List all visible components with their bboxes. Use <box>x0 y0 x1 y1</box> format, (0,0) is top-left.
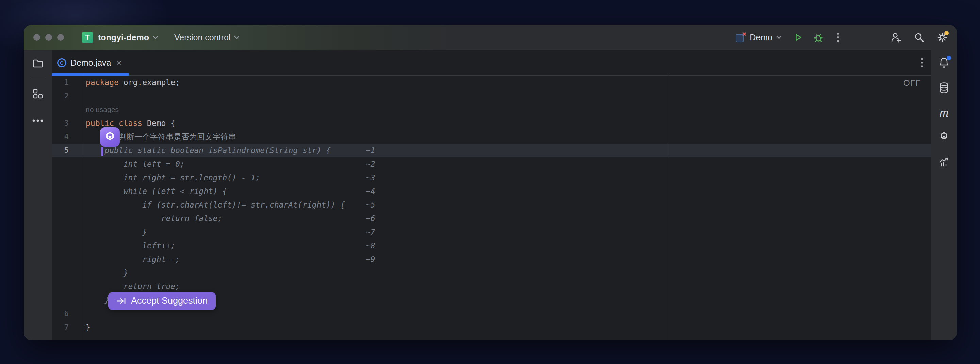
structure-tool-button[interactable] <box>31 88 45 99</box>
run-configuration-selector[interactable]: × Demo <box>736 33 782 43</box>
tab-demo-java[interactable]: C Demo.java × <box>52 50 129 75</box>
version-control-label: Version control <box>174 33 231 43</box>
line-number[interactable]: 6 <box>52 307 69 321</box>
project-name: tongyi-demo <box>98 33 149 43</box>
tongyi-suggestion-icon[interactable] <box>100 127 120 146</box>
left-tool-stripe <box>24 50 52 340</box>
invite-user-button[interactable] <box>890 32 902 43</box>
ghost-code-line[interactable]: return true; <box>86 280 931 293</box>
run-config-name: Demo <box>749 33 772 43</box>
ghost-code-line[interactable]: }~7 <box>86 225 931 239</box>
chart-icon <box>939 156 950 167</box>
ghost-code-line[interactable]: } <box>86 266 931 280</box>
ide-window: T tongyi-demo Version control × Demo <box>24 25 957 340</box>
ghost-code-line[interactable]: while (left < right) {~4 <box>86 184 931 198</box>
project-badge-letter: T <box>85 33 89 42</box>
search-icon <box>914 32 924 43</box>
kebab-menu-icon <box>837 32 840 43</box>
bug-icon <box>814 33 823 42</box>
tongyi-logo-icon <box>104 131 116 143</box>
ghost-code-line[interactable]: public static boolean isPalindrome(Strin… <box>86 143 931 157</box>
partial-accept-marker: ~6 <box>366 211 375 225</box>
run-config-error-icon: × <box>736 33 745 42</box>
project-selector[interactable]: T tongyi-demo <box>82 32 159 43</box>
partial-accept-marker: ~3 <box>366 171 375 184</box>
debug-button[interactable] <box>813 32 824 43</box>
java-class-icon: C <box>57 58 66 67</box>
maven-icon: m <box>939 106 948 119</box>
tab-label: Demo.java <box>70 58 111 68</box>
database-icon <box>939 82 949 94</box>
profiler-tool-button[interactable] <box>937 156 951 168</box>
partial-accept-marker: ~4 <box>366 184 375 198</box>
tongyi-tool-button[interactable] <box>937 131 951 143</box>
more-tools-button[interactable] <box>31 115 45 127</box>
run-button[interactable] <box>792 32 804 43</box>
title-bar-actions: × Demo <box>736 32 957 43</box>
search-everywhere-button[interactable] <box>913 32 925 43</box>
tab-close-button[interactable]: × <box>117 58 122 67</box>
project-badge: T <box>82 32 93 43</box>
line-number[interactable]: 1 <box>52 76 69 89</box>
database-tool-button[interactable] <box>937 82 951 94</box>
ghost-code-line[interactable]: int right = str.length() - 1;~3 <box>86 171 931 184</box>
settings-button[interactable] <box>937 32 948 43</box>
editor-tab-bar: C Demo.java × <box>52 50 931 76</box>
accept-suggestion-label: Accept Suggestion <box>131 296 208 306</box>
more-actions-button[interactable] <box>832 32 844 43</box>
zoom-window-button[interactable] <box>57 34 64 41</box>
text-caret <box>101 146 103 156</box>
play-icon <box>793 33 803 42</box>
maven-tool-button[interactable]: m <box>937 106 951 118</box>
code-line[interactable]: package org.example; <box>86 76 931 89</box>
right-tool-stripe: m <box>931 50 957 340</box>
line-number[interactable]: 3 <box>52 116 69 130</box>
ghost-code-line[interactable]: return false;~6 <box>86 211 931 225</box>
ghost-code-line[interactable]: left++;~8 <box>86 239 931 253</box>
tab-options-kebab-icon[interactable] <box>921 57 924 68</box>
notifications-button[interactable] <box>937 57 951 68</box>
tab-key-icon <box>116 297 126 305</box>
code-editor[interactable]: OFF 1234567 package org.example;no usage… <box>52 76 931 340</box>
partial-accept-marker: ~1 <box>366 143 375 157</box>
line-number[interactable]: 7 <box>52 321 69 334</box>
project-tool-button[interactable] <box>31 57 45 69</box>
stripe-divider <box>31 78 45 78</box>
chevron-down-icon <box>234 35 240 40</box>
notification-dot <box>947 56 951 60</box>
ghost-code-line[interactable]: right--;~9 <box>86 253 931 266</box>
partial-accept-marker: ~7 <box>366 225 375 239</box>
partial-accept-marker: ~8 <box>366 239 375 253</box>
code-line[interactable]: } <box>86 321 931 334</box>
inlay-hint: no usages <box>86 103 931 116</box>
add-user-icon <box>891 32 901 43</box>
line-number[interactable]: 5 <box>52 143 69 157</box>
structure-icon <box>33 89 43 99</box>
ghost-code-line[interactable]: int left = 0;~2 <box>86 157 931 171</box>
close-window-button[interactable] <box>33 34 40 41</box>
partial-accept-marker: ~2 <box>366 157 375 171</box>
folder-icon <box>32 59 43 68</box>
code-line[interactable]: // 判断一个字符串是否为回文字符串 <box>86 130 931 143</box>
code-line[interactable] <box>86 89 931 103</box>
ghost-code-line[interactable]: if (str.charAt(left)!= str.charAt(right)… <box>86 198 931 211</box>
accept-suggestion-button[interactable]: Accept Suggestion <box>108 292 216 310</box>
chevron-down-icon <box>776 35 782 40</box>
version-control-menu[interactable]: Version control <box>174 33 240 43</box>
partial-accept-marker: ~5 <box>366 198 375 211</box>
partial-accept-marker: ~9 <box>366 253 375 266</box>
more-dots-icon <box>32 119 43 122</box>
title-bar: T tongyi-demo Version control × Demo <box>24 25 957 50</box>
line-number[interactable]: 2 <box>52 89 69 103</box>
minimize-window-button[interactable] <box>45 34 52 41</box>
code-line[interactable]: public class Demo { <box>86 116 931 130</box>
settings-notification-dot <box>944 31 949 35</box>
window-controls <box>24 34 64 41</box>
chevron-down-icon <box>153 35 159 40</box>
line-number[interactable]: 4 <box>52 130 69 143</box>
tongyi-logo-icon <box>939 131 950 142</box>
